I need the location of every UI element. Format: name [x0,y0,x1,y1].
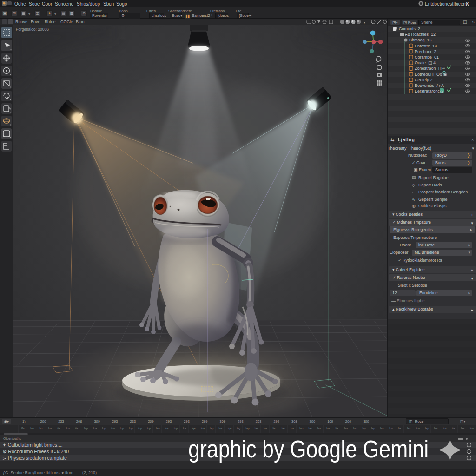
svg-text:Forgesaioo: 20006: Forgesaioo: 20006 [16,27,49,32]
svg-text:▾: ▾ [364,20,365,25]
